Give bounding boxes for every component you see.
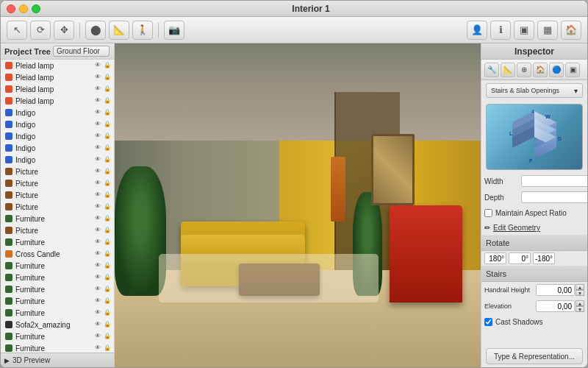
eye-icon[interactable]: 👁 [95, 180, 102, 187]
maximize-button[interactable] [32, 4, 40, 13]
toolbar-btn-person[interactable]: 🚶 [132, 21, 153, 40]
eye-icon[interactable]: 👁 [95, 333, 102, 340]
toolbar-btn-grid1[interactable]: ▣ [514, 21, 534, 40]
width-input[interactable] [521, 175, 587, 187]
rotate-input-1[interactable] [484, 252, 506, 264]
tree-item[interactable]: Pleiad lamp 👁 🔒 [1, 95, 114, 107]
toolbar-btn-arrow[interactable]: ↖ [7, 21, 27, 40]
toolbar-btn-pan[interactable]: ✥ [54, 21, 74, 40]
rotate-input-2[interactable] [509, 252, 531, 264]
insp-btn-3[interactable]: ⊕ [517, 63, 531, 77]
lock-icon[interactable]: 🔒 [104, 168, 111, 175]
tree-item[interactable]: Indigo 👁 🔒 [1, 142, 114, 154]
cast-shadows-checkbox[interactable] [484, 318, 492, 326]
tree-item[interactable]: Pleiad lamp 👁 🔒 [1, 71, 114, 83]
lock-icon[interactable]: 🔒 [104, 191, 111, 199]
rotate-input-3[interactable] [533, 252, 555, 264]
eye-icon[interactable]: 👁 [95, 286, 102, 293]
tree-item[interactable]: Furniture 👁 🔒 [1, 272, 114, 283]
eye-icon[interactable]: 👁 [95, 215, 102, 222]
insp-btn-6[interactable]: ▣ [565, 63, 580, 77]
lock-icon[interactable]: 🔒 [104, 203, 111, 210]
handrail-stepper-down[interactable]: ▼ [576, 290, 584, 296]
stairs-section-header[interactable]: Stairs [481, 266, 587, 282]
eye-icon[interactable]: 👁 [95, 121, 102, 128]
elevation-stepper-up[interactable]: ▲ [576, 300, 584, 306]
lock-icon[interactable]: 🔒 [104, 238, 111, 246]
eye-icon[interactable]: 👁 [95, 309, 102, 316]
toolbar-btn-user[interactable]: 👤 [467, 21, 487, 40]
toolbar-btn-orbit[interactable]: ⟳ [30, 21, 51, 40]
tree-item[interactable]: Picture 👁 🔒 [1, 189, 114, 201]
eye-icon[interactable]: 👁 [95, 203, 102, 210]
tree-item[interactable]: Indigo 👁 🔒 [1, 130, 114, 142]
eye-icon[interactable]: 👁 [95, 262, 102, 269]
insp-btn-5[interactable]: 🔵 [549, 63, 564, 77]
insp-btn-2[interactable]: 📐 [501, 63, 515, 77]
lock-icon[interactable]: 🔒 [104, 74, 111, 81]
lock-icon[interactable]: 🔒 [104, 286, 111, 293]
tree-item[interactable]: Picture 👁 🔒 [1, 166, 114, 177]
tree-item[interactable]: Indigo 👁 🔒 [1, 154, 114, 166]
eye-icon[interactable]: 👁 [95, 250, 102, 258]
eye-icon[interactable]: 👁 [95, 74, 102, 81]
lock-icon[interactable]: 🔒 [104, 333, 111, 340]
floor-dropdown[interactable]: Ground Floor [53, 46, 110, 57]
lock-icon[interactable]: 🔒 [104, 309, 111, 316]
aspect-ratio-checkbox[interactable] [484, 209, 492, 217]
eye-icon[interactable]: 👁 [95, 274, 102, 281]
lock-icon[interactable]: 🔒 [104, 262, 111, 269]
eye-icon[interactable]: 👁 [95, 227, 102, 234]
lock-icon[interactable]: 🔒 [104, 121, 111, 128]
insp-btn-1[interactable]: 🔧 [484, 63, 499, 77]
tree-item[interactable]: Indigo 👁 🔒 [1, 107, 114, 118]
eye-icon[interactable]: 👁 [95, 321, 102, 328]
tree-item[interactable]: Furniture 👁 🔒 [1, 283, 114, 295]
insp-btn-4[interactable]: 🏠 [533, 63, 548, 77]
lock-icon[interactable]: 🔒 [104, 97, 111, 105]
lock-icon[interactable]: 🔒 [104, 180, 111, 187]
eye-icon[interactable]: 👁 [95, 144, 102, 152]
tree-item[interactable]: Furniture 👁 🔒 [1, 307, 114, 319]
eye-icon[interactable]: 👁 [95, 297, 102, 305]
elevation-stepper-down[interactable]: ▼ [576, 306, 584, 312]
rotate-section-header[interactable]: Rotate [481, 235, 587, 251]
close-button[interactable] [7, 4, 15, 13]
eye-icon[interactable]: 👁 [95, 97, 102, 105]
tree-item[interactable]: Picture 👁 🔒 [1, 177, 114, 189]
eye-icon[interactable]: 👁 [95, 191, 102, 199]
eye-icon[interactable]: 👁 [95, 156, 102, 163]
eye-icon[interactable]: 👁 [95, 168, 102, 175]
lock-icon[interactable]: 🔒 [104, 250, 111, 258]
lock-icon[interactable]: 🔒 [104, 62, 111, 69]
elevation-input[interactable] [536, 300, 575, 312]
tree-item[interactable]: Furniture 👁 🔒 [1, 342, 114, 353]
toolbar-btn-grid2[interactable]: ▦ [537, 21, 558, 40]
lock-icon[interactable]: 🔒 [104, 109, 111, 116]
3d-preview-toggle[interactable]: ▶ 3D Preview [1, 353, 114, 367]
lock-icon[interactable]: 🔒 [104, 321, 111, 328]
lock-icon[interactable]: 🔒 [104, 156, 111, 163]
toolbar-btn-house[interactable]: 🏠 [561, 21, 581, 40]
tree-item[interactable]: Cross Candle 👁 🔒 [1, 248, 114, 260]
edit-geometry-label[interactable]: Edit Geometry [493, 224, 540, 232]
tree-item[interactable]: Pleiad lamp 👁 🔒 [1, 60, 114, 71]
eye-icon[interactable]: 👁 [95, 132, 102, 140]
toolbar-btn-camera[interactable]: 📷 [164, 21, 184, 40]
toolbar-btn-info[interactable]: ℹ [490, 21, 511, 40]
lock-icon[interactable]: 🔒 [104, 132, 111, 140]
eye-icon[interactable]: 👁 [95, 238, 102, 246]
lock-icon[interactable]: 🔒 [104, 274, 111, 281]
toolbar-btn-circle[interactable]: ⬤ [85, 21, 106, 40]
tree-item[interactable]: Indigo 👁 🔒 [1, 118, 114, 130]
eye-icon[interactable]: 👁 [95, 109, 102, 116]
tree-item[interactable]: Furniture 👁 🔒 [1, 330, 114, 342]
tree-item[interactable]: Picture 👁 🔒 [1, 201, 114, 213]
tree-list[interactable]: Pleiad lamp 👁 🔒 Pleiad lamp 👁 🔒 Pleiad l… [1, 60, 114, 353]
depth-input[interactable] [521, 191, 587, 203]
minimize-button[interactable] [19, 4, 28, 13]
tree-item[interactable]: Furniture 👁 🔒 [1, 213, 114, 224]
eye-icon[interactable]: 👁 [95, 62, 102, 69]
toolbar-btn-measure[interactable]: 📐 [109, 21, 129, 40]
tree-item[interactable]: Furniture 👁 🔒 [1, 236, 114, 248]
